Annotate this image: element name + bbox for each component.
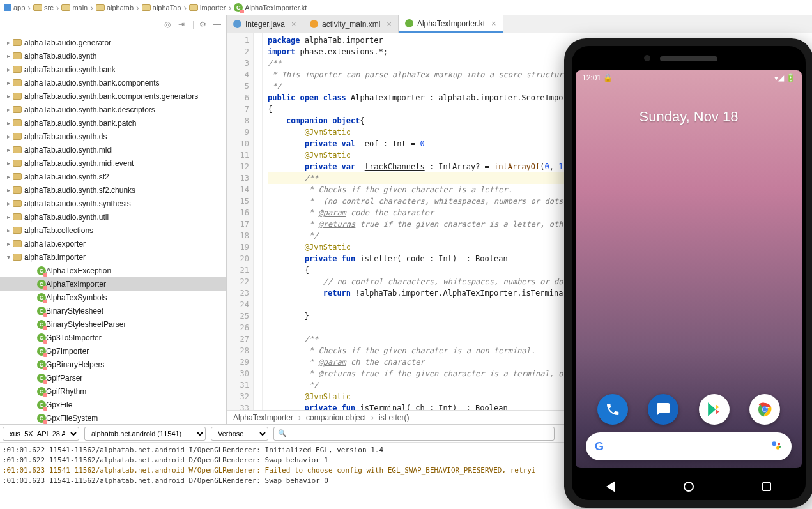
gear-icon[interactable]: ⚙ — [199, 20, 208, 29]
tab-label: AlphaTexImporter.kt — [417, 19, 485, 28]
tree-file[interactable]: GpifParser — [0, 371, 226, 384]
editor-tabs: Integer.java × activity_main.xml × Alpha… — [227, 15, 812, 33]
emulator-phone: 12:01 🔒 ▾◢ 🔋 Sunday, Nov 18 G — [564, 38, 812, 508]
tree-file[interactable]: Gp3To5Importer — [0, 331, 226, 344]
bc-main[interactable]: main — [61, 4, 88, 11]
project-toolbar: ◎ ⇥ | ⚙ — — [0, 15, 226, 33]
chrome-app-icon[interactable] — [749, 394, 780, 425]
tree-file[interactable]: BinaryStylesheetParser — [0, 317, 226, 331]
status-time: 12:01 🔒 — [582, 73, 613, 82]
messages-app-icon[interactable] — [648, 394, 678, 425]
bc-src[interactable]: src — [33, 4, 54, 11]
tab-activity-main-xml[interactable]: activity_main.xml × — [303, 15, 399, 33]
tree-package[interactable]: ▸alphaTab.audio.synth.bank.components — [0, 76, 226, 89]
project-panel: ◎ ⇥ | ⚙ — ▸alphaTab.audio.generator▸alph… — [0, 15, 227, 424]
target-icon[interactable]: ◎ — [164, 20, 173, 29]
svg-point-3 — [763, 407, 767, 411]
loglevel-select[interactable]: Verbose — [211, 427, 268, 441]
bc-app[interactable]: app — [4, 4, 25, 11]
back-button[interactable] — [604, 480, 618, 494]
tree-file[interactable]: BinaryStylesheet — [0, 304, 226, 317]
java-icon — [233, 20, 241, 28]
fold-gutter — [254, 33, 263, 410]
tree-package[interactable]: ▸alphaTab.audio.synth.bank.patch — [0, 116, 226, 130]
status-bar: 12:01 🔒 ▾◢ 🔋 — [576, 70, 802, 86]
google-search-bar[interactable]: G — [586, 432, 792, 460]
tree-package[interactable]: ▸alphaTab.audio.synth — [0, 49, 226, 63]
search-icon: 🔍 — [278, 429, 287, 437]
tab-integer-java[interactable]: Integer.java × — [227, 15, 303, 33]
tab-label: activity_main.xml — [322, 20, 380, 29]
tree-file[interactable]: AlphaTexSymbols — [0, 291, 226, 304]
tree-file[interactable]: AlphaTexException — [0, 264, 226, 277]
tree-file[interactable]: GpBinaryHelpers — [0, 358, 226, 371]
xml-icon — [310, 20, 318, 28]
svg-point-5 — [778, 443, 780, 445]
phone-screen[interactable]: 12:01 🔒 ▾◢ 🔋 Sunday, Nov 18 G — [576, 70, 802, 468]
close-icon[interactable]: × — [291, 19, 296, 29]
tree-package[interactable]: ▸alphaTab.audio.synth.bank.descriptors — [0, 103, 226, 116]
status-icons: ▾◢ 🔋 — [774, 73, 795, 82]
minimize-icon[interactable]: — — [213, 20, 222, 29]
svg-point-4 — [772, 441, 776, 446]
phone-date: Sunday, Nov 18 — [576, 109, 802, 125]
crumb-class[interactable]: AlphaTexImporter — [233, 413, 293, 422]
tree-package[interactable]: ▸alphaTab.audio.synth.bank.components.ge… — [0, 89, 226, 103]
tree-package[interactable]: ▸alphaTab.audio.synth.sf2.chunks — [0, 183, 226, 197]
tree-package[interactable]: ▸alphaTab.audio.synth.ds — [0, 130, 226, 143]
phone-dock — [576, 394, 802, 425]
tree-package[interactable]: ▸alphaTab.audio.synth.sf2 — [0, 170, 226, 183]
tree-file[interactable]: GpxFile — [0, 398, 226, 411]
phone-speaker — [660, 56, 717, 61]
process-select[interactable]: alphatab.net.android (11541) — [84, 427, 206, 441]
google-logo-icon: G — [595, 440, 604, 453]
device-select[interactable]: xus_5X_API_28 An — [3, 427, 79, 441]
crumb-companion[interactable]: companion object — [306, 413, 366, 422]
svg-point-7 — [779, 446, 781, 448]
tab-label: Integer.java — [245, 20, 285, 29]
recents-button[interactable] — [760, 480, 774, 494]
bc-importer[interactable]: importer — [189, 4, 226, 11]
phone-camera — [644, 55, 650, 61]
phone-nav-bar — [572, 473, 806, 500]
tree-package[interactable]: ▸alphaTab.audio.synth.midi.event — [0, 156, 226, 170]
project-tree: ▸alphaTab.audio.generator▸alphaTab.audio… — [0, 33, 226, 424]
tree-package[interactable]: ▸alphaTab.audio.synth.util — [0, 210, 226, 224]
tree-package[interactable]: ▸alphaTab.collections — [0, 224, 226, 237]
tree-package[interactable]: ▸alphaTab.audio.synth.bank — [0, 63, 226, 76]
bc-alphatab[interactable]: alphatab — [96, 4, 134, 11]
tree-package[interactable]: ▸alphaTab.audio.generator — [0, 36, 226, 49]
tree-package[interactable]: ▸alphaTab.audio.synth.synthesis — [0, 197, 226, 210]
phone-app-icon[interactable] — [597, 394, 628, 425]
close-icon[interactable]: × — [491, 19, 496, 28]
svg-point-6 — [776, 446, 779, 449]
tab-alphateximporter-kt[interactable]: AlphaTexImporter.kt × — [399, 15, 503, 33]
crumb-method[interactable]: isLetter() — [379, 413, 409, 422]
tree-file[interactable]: GpxFileSystem — [0, 411, 226, 424]
assistant-icon[interactable] — [770, 439, 783, 454]
tree-file[interactable]: Gp7Importer — [0, 344, 226, 358]
home-button[interactable] — [682, 480, 696, 494]
collapse-icon[interactable]: ⇥ — [178, 20, 187, 29]
close-icon[interactable]: × — [387, 19, 392, 29]
play-store-icon[interactable] — [699, 394, 730, 425]
tree-package[interactable]: ▸alphaTab.audio.synth.midi — [0, 143, 226, 156]
tree-file[interactable]: AlphaTexImporter — [0, 277, 226, 291]
tree-package[interactable]: ▾alphaTab.importer — [0, 250, 226, 264]
tree-package[interactable]: ▸alphaTab.exporter — [0, 237, 226, 250]
log-search-input[interactable]: 🔍 — [273, 427, 555, 441]
tree-file[interactable]: GpifRhythm — [0, 384, 226, 398]
breadcrumb-bar: app› src› main› alphatab› alphaTab› impo… — [0, 0, 812, 15]
bc-alphaTab[interactable]: alphaTab — [142, 4, 181, 11]
bc-file[interactable]: AlphaTexImporter.kt — [234, 3, 307, 12]
line-gutter: 1234567891011121314151617181920212223242… — [227, 33, 254, 410]
kotlin-icon — [405, 19, 413, 27]
